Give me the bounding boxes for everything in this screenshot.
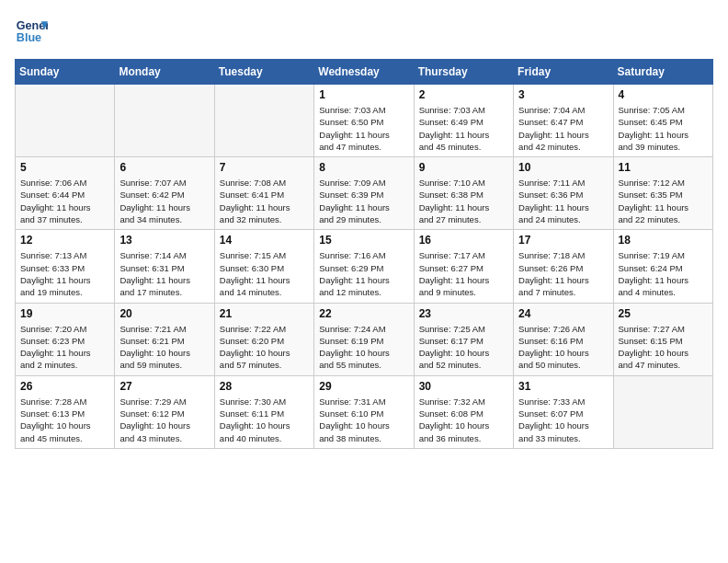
day-info: Sunrise: 7:18 AM Sunset: 6:26 PM Dayligh…	[518, 249, 608, 298]
day-number: 9	[419, 161, 508, 174]
calendar-cell: 26Sunrise: 7:28 AM Sunset: 6:13 PM Dayli…	[16, 375, 115, 448]
day-info: Sunrise: 7:12 AM Sunset: 6:35 PM Dayligh…	[619, 177, 708, 225]
svg-text:Blue: Blue	[17, 31, 41, 44]
day-number: 13	[119, 234, 209, 247]
day-info: Sunrise: 7:11 AM Sunset: 6:36 PM Dayligh…	[518, 177, 608, 225]
weekday-header-saturday: Saturday	[613, 60, 712, 85]
day-number: 25	[619, 307, 708, 320]
calendar-cell: 14Sunrise: 7:15 AM Sunset: 6:30 PM Dayli…	[214, 230, 313, 303]
weekday-header-row: SundayMondayTuesdayWednesdayThursdayFrid…	[16, 60, 713, 85]
day-info: Sunrise: 7:24 AM Sunset: 6:19 PM Dayligh…	[319, 323, 408, 372]
day-info: Sunrise: 7:31 AM Sunset: 6:10 PM Dayligh…	[319, 396, 408, 444]
day-number: 26	[20, 380, 109, 393]
calendar-cell: 31Sunrise: 7:33 AM Sunset: 6:07 PM Dayli…	[514, 375, 613, 448]
day-number: 18	[619, 234, 708, 247]
calendar-cell: 24Sunrise: 7:26 AM Sunset: 6:16 PM Dayli…	[514, 303, 613, 375]
calendar-cell: 29Sunrise: 7:31 AM Sunset: 6:10 PM Dayli…	[314, 375, 414, 448]
calendar-cell: 13Sunrise: 7:14 AM Sunset: 6:31 PM Dayli…	[115, 230, 214, 303]
logo-icon: General Blue	[15, 15, 48, 48]
calendar-cell: 1Sunrise: 7:03 AM Sunset: 6:50 PM Daylig…	[314, 85, 414, 157]
calendar-cell: 4Sunrise: 7:05 AM Sunset: 6:45 PM Daylig…	[613, 85, 712, 157]
day-number: 14	[220, 234, 309, 247]
day-number: 12	[20, 234, 109, 247]
calendar-cell	[16, 85, 115, 157]
day-info: Sunrise: 7:21 AM Sunset: 6:21 PM Dayligh…	[119, 323, 209, 372]
day-number: 1	[319, 88, 408, 101]
page-header: General Blue	[15, 15, 713, 48]
day-info: Sunrise: 7:08 AM Sunset: 6:41 PM Dayligh…	[220, 177, 309, 225]
day-number: 24	[518, 307, 608, 320]
logo: General Blue	[15, 15, 48, 48]
weekday-header-sunday: Sunday	[16, 60, 115, 85]
day-number: 17	[518, 234, 608, 247]
day-info: Sunrise: 7:25 AM Sunset: 6:17 PM Dayligh…	[419, 323, 508, 372]
weekday-header-thursday: Thursday	[414, 60, 513, 85]
day-number: 4	[619, 88, 708, 101]
day-info: Sunrise: 7:04 AM Sunset: 6:47 PM Dayligh…	[518, 104, 608, 153]
day-number: 15	[319, 234, 408, 247]
day-number: 8	[319, 161, 408, 174]
calendar-cell: 10Sunrise: 7:11 AM Sunset: 6:36 PM Dayli…	[514, 157, 613, 230]
calendar-cell: 8Sunrise: 7:09 AM Sunset: 6:39 PM Daylig…	[314, 157, 414, 230]
calendar-cell: 7Sunrise: 7:08 AM Sunset: 6:41 PM Daylig…	[214, 157, 313, 230]
calendar-cell	[115, 85, 214, 157]
day-info: Sunrise: 7:14 AM Sunset: 6:31 PM Dayligh…	[119, 249, 209, 298]
day-info: Sunrise: 7:32 AM Sunset: 6:08 PM Dayligh…	[419, 396, 508, 444]
calendar-cell: 5Sunrise: 7:06 AM Sunset: 6:44 PM Daylig…	[16, 157, 115, 230]
day-info: Sunrise: 7:28 AM Sunset: 6:13 PM Dayligh…	[20, 396, 109, 444]
day-number: 31	[518, 380, 608, 393]
day-number: 20	[119, 307, 209, 320]
calendar-week-2: 5Sunrise: 7:06 AM Sunset: 6:44 PM Daylig…	[16, 157, 713, 230]
calendar-cell: 11Sunrise: 7:12 AM Sunset: 6:35 PM Dayli…	[613, 157, 712, 230]
weekday-header-wednesday: Wednesday	[314, 60, 414, 85]
calendar-cell: 2Sunrise: 7:03 AM Sunset: 6:49 PM Daylig…	[414, 85, 513, 157]
calendar-cell: 12Sunrise: 7:13 AM Sunset: 6:33 PM Dayli…	[16, 230, 115, 303]
day-info: Sunrise: 7:13 AM Sunset: 6:33 PM Dayligh…	[20, 249, 109, 298]
calendar-cell: 20Sunrise: 7:21 AM Sunset: 6:21 PM Dayli…	[115, 303, 214, 375]
day-number: 22	[319, 307, 408, 320]
weekday-header-monday: Monday	[115, 60, 214, 85]
calendar-cell: 30Sunrise: 7:32 AM Sunset: 6:08 PM Dayli…	[414, 375, 513, 448]
day-number: 7	[220, 161, 309, 174]
day-number: 16	[419, 234, 508, 247]
calendar-cell: 19Sunrise: 7:20 AM Sunset: 6:23 PM Dayli…	[16, 303, 115, 375]
day-info: Sunrise: 7:30 AM Sunset: 6:11 PM Dayligh…	[220, 396, 309, 444]
calendar-cell: 3Sunrise: 7:04 AM Sunset: 6:47 PM Daylig…	[514, 85, 613, 157]
day-number: 27	[119, 380, 209, 393]
day-info: Sunrise: 7:29 AM Sunset: 6:12 PM Dayligh…	[119, 396, 209, 444]
calendar-cell: 6Sunrise: 7:07 AM Sunset: 6:42 PM Daylig…	[115, 157, 214, 230]
day-number: 29	[319, 380, 408, 393]
day-info: Sunrise: 7:33 AM Sunset: 6:07 PM Dayligh…	[518, 396, 608, 444]
calendar-cell: 16Sunrise: 7:17 AM Sunset: 6:27 PM Dayli…	[414, 230, 513, 303]
calendar-cell: 25Sunrise: 7:27 AM Sunset: 6:15 PM Dayli…	[613, 303, 712, 375]
day-info: Sunrise: 7:26 AM Sunset: 6:16 PM Dayligh…	[518, 323, 608, 372]
day-info: Sunrise: 7:15 AM Sunset: 6:30 PM Dayligh…	[220, 249, 309, 298]
day-number: 23	[419, 307, 508, 320]
calendar-week-1: 1Sunrise: 7:03 AM Sunset: 6:50 PM Daylig…	[16, 85, 713, 157]
calendar-cell: 23Sunrise: 7:25 AM Sunset: 6:17 PM Dayli…	[414, 303, 513, 375]
weekday-header-friday: Friday	[514, 60, 613, 85]
day-number: 19	[20, 307, 109, 320]
calendar-cell: 15Sunrise: 7:16 AM Sunset: 6:29 PM Dayli…	[314, 230, 414, 303]
day-info: Sunrise: 7:22 AM Sunset: 6:20 PM Dayligh…	[220, 323, 309, 372]
day-number: 3	[518, 88, 608, 101]
day-info: Sunrise: 7:20 AM Sunset: 6:23 PM Dayligh…	[20, 323, 109, 372]
calendar-week-4: 19Sunrise: 7:20 AM Sunset: 6:23 PM Dayli…	[16, 303, 713, 375]
day-number: 11	[619, 161, 708, 174]
day-number: 5	[20, 161, 109, 174]
calendar-cell: 9Sunrise: 7:10 AM Sunset: 6:38 PM Daylig…	[414, 157, 513, 230]
day-number: 2	[419, 88, 508, 101]
day-info: Sunrise: 7:05 AM Sunset: 6:45 PM Dayligh…	[619, 104, 708, 153]
day-info: Sunrise: 7:17 AM Sunset: 6:27 PM Dayligh…	[419, 249, 508, 298]
day-info: Sunrise: 7:16 AM Sunset: 6:29 PM Dayligh…	[319, 249, 408, 298]
day-info: Sunrise: 7:27 AM Sunset: 6:15 PM Dayligh…	[619, 323, 708, 372]
day-info: Sunrise: 7:09 AM Sunset: 6:39 PM Dayligh…	[319, 177, 408, 225]
day-info: Sunrise: 7:07 AM Sunset: 6:42 PM Dayligh…	[119, 177, 209, 225]
calendar-cell: 22Sunrise: 7:24 AM Sunset: 6:19 PM Dayli…	[314, 303, 414, 375]
day-number: 10	[518, 161, 608, 174]
day-number: 6	[119, 161, 209, 174]
day-info: Sunrise: 7:03 AM Sunset: 6:49 PM Dayligh…	[419, 104, 508, 153]
day-info: Sunrise: 7:19 AM Sunset: 6:24 PM Dayligh…	[619, 249, 708, 298]
calendar-cell	[613, 375, 712, 448]
calendar-cell: 28Sunrise: 7:30 AM Sunset: 6:11 PM Dayli…	[214, 375, 313, 448]
